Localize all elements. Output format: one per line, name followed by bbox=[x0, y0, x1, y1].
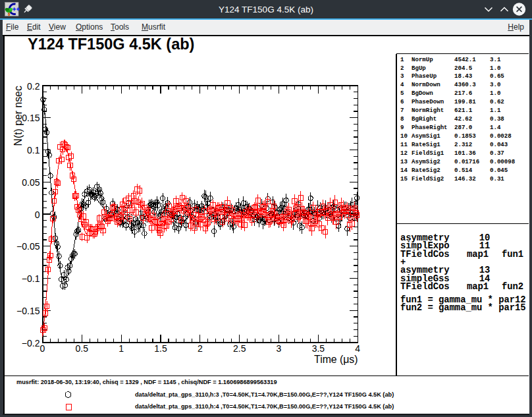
svg-text:10: 10 bbox=[400, 132, 408, 140]
svg-text:0: 0 bbox=[35, 209, 40, 220]
svg-text:RateSig1: RateSig1 bbox=[412, 141, 440, 148]
svg-text:3: 3 bbox=[400, 72, 404, 80]
svg-text:0.2: 0.2 bbox=[27, 81, 40, 92]
svg-text:0.045: 0.045 bbox=[490, 167, 508, 174]
svg-text:0.65: 0.65 bbox=[490, 72, 504, 80]
svg-text:13: 13 bbox=[400, 158, 408, 165]
svg-text:1.0: 1.0 bbox=[490, 90, 500, 97]
svg-text:6: 6 bbox=[400, 98, 404, 105]
svg-text:3.5: 3.5 bbox=[312, 343, 325, 354]
svg-text:fun1: fun1 bbox=[502, 249, 523, 260]
svg-text:−0.2: −0.2 bbox=[22, 338, 40, 348]
svg-text:data/deltat_pta_gps_3110,h:3 ,: data/deltat_pta_gps_3110,h:3 ,T0=4.50K,T… bbox=[135, 391, 394, 398]
svg-text:3.0: 3.0 bbox=[490, 81, 500, 88]
svg-text:15: 15 bbox=[400, 175, 408, 182]
svg-text:7: 7 bbox=[400, 107, 404, 114]
svg-text:1.0: 1.0 bbox=[490, 65, 500, 72]
svg-text:BgDown: BgDown bbox=[412, 90, 433, 97]
svg-text:0.38: 0.38 bbox=[490, 115, 504, 123]
svg-text:199.81: 199.81 bbox=[454, 98, 476, 105]
svg-text:0.01716: 0.01716 bbox=[454, 158, 479, 165]
svg-text:204.5: 204.5 bbox=[454, 65, 472, 72]
svg-text:4: 4 bbox=[400, 81, 404, 88]
svg-text:TFieldCos: TFieldCos bbox=[400, 249, 450, 260]
svg-text:0.05: 0.05 bbox=[22, 177, 40, 188]
svg-text:N(t) per nsec: N(t) per nsec bbox=[13, 86, 24, 146]
svg-text:1.4: 1.4 bbox=[490, 124, 501, 131]
svg-text:14: 14 bbox=[400, 167, 408, 174]
svg-text:0.31: 0.31 bbox=[490, 175, 504, 182]
svg-text:0.00098: 0.00098 bbox=[490, 158, 515, 165]
svg-text:AsymSig1: AsymSig1 bbox=[412, 132, 440, 140]
svg-text:FieldSig2: FieldSig2 bbox=[412, 175, 444, 182]
svg-text:PhaseRight: PhaseRight bbox=[412, 124, 448, 131]
svg-text:musrfit: 2018-06-30, 13:19:40,: musrfit: 2018-06-30, 13:19:40, chisq = 1… bbox=[16, 379, 277, 385]
svg-text:1: 1 bbox=[400, 56, 404, 63]
svg-text:42.62: 42.62 bbox=[454, 115, 472, 123]
svg-text:3.1: 3.1 bbox=[490, 56, 501, 63]
svg-text:PhaseUp: PhaseUp bbox=[412, 72, 437, 80]
svg-text:0.1: 0.1 bbox=[27, 145, 40, 155]
svg-text:18.43: 18.43 bbox=[454, 72, 472, 80]
svg-text:101.36: 101.36 bbox=[454, 150, 476, 157]
svg-text:0.15: 0.15 bbox=[22, 113, 40, 123]
svg-text:1: 1 bbox=[119, 343, 124, 354]
svg-text:4542.1: 4542.1 bbox=[454, 56, 476, 63]
svg-text:0.37: 0.37 bbox=[490, 150, 504, 157]
svg-text:0.0028: 0.0028 bbox=[490, 132, 512, 140]
svg-text:BgUp: BgUp bbox=[412, 65, 426, 72]
svg-text:5: 5 bbox=[400, 90, 404, 97]
svg-text:0.62: 0.62 bbox=[490, 98, 504, 105]
svg-text:0.1853: 0.1853 bbox=[454, 132, 476, 140]
svg-text:2.5: 2.5 bbox=[233, 343, 246, 354]
svg-text:RateSig2: RateSig2 bbox=[412, 167, 440, 174]
svg-text:2: 2 bbox=[400, 65, 404, 72]
svg-text:4360.3: 4360.3 bbox=[454, 81, 476, 88]
svg-text:0: 0 bbox=[40, 343, 45, 354]
svg-text:BgRight: BgRight bbox=[412, 115, 437, 123]
svg-text:0.514: 0.514 bbox=[454, 167, 473, 174]
svg-text:4: 4 bbox=[355, 343, 360, 354]
svg-text:map1: map1 bbox=[467, 249, 489, 260]
svg-text:fun2 = gamma_mu * par15: fun2 = gamma_mu * par15 bbox=[400, 302, 526, 313]
svg-text:12: 12 bbox=[400, 150, 408, 157]
svg-text:0.043: 0.043 bbox=[490, 141, 508, 148]
svg-text:0.5: 0.5 bbox=[76, 343, 89, 354]
svg-text:AsymSig2: AsymSig2 bbox=[412, 158, 440, 165]
svg-text:NormDown: NormDown bbox=[412, 81, 440, 88]
svg-text:217.6: 217.6 bbox=[454, 90, 472, 97]
svg-text:11: 11 bbox=[400, 141, 408, 148]
svg-text:NormUp: NormUp bbox=[412, 56, 433, 63]
svg-text:TFieldCos: TFieldCos bbox=[400, 281, 450, 292]
svg-text:1.5: 1.5 bbox=[154, 343, 167, 354]
svg-text:map1: map1 bbox=[467, 281, 489, 292]
svg-text:PhaseDown: PhaseDown bbox=[412, 98, 444, 105]
svg-text:621.1: 621.1 bbox=[454, 107, 473, 114]
svg-text:−0.05: −0.05 bbox=[16, 241, 40, 252]
svg-text:9: 9 bbox=[400, 124, 404, 131]
svg-text:Y124 TF150G 4.5K (ab): Y124 TF150G 4.5K (ab) bbox=[28, 36, 194, 53]
svg-text:−0.15: −0.15 bbox=[16, 306, 40, 316]
svg-text:287.0: 287.0 bbox=[454, 124, 472, 131]
svg-text:NormRight: NormRight bbox=[412, 107, 444, 114]
svg-text:−0.1: −0.1 bbox=[22, 273, 40, 284]
svg-text:data/deltat_pta_gps_3110,h:4 ,: data/deltat_pta_gps_3110,h:4 ,T0=4.50K,T… bbox=[135, 403, 394, 410]
svg-text:Time (μs): Time (μs) bbox=[314, 354, 358, 365]
svg-text:2.312: 2.312 bbox=[454, 141, 472, 148]
svg-text:2: 2 bbox=[198, 343, 203, 354]
svg-text:fun2: fun2 bbox=[502, 281, 523, 292]
svg-text:FieldSig1: FieldSig1 bbox=[412, 150, 444, 157]
svg-text:146.32: 146.32 bbox=[454, 175, 476, 182]
svg-text:3: 3 bbox=[277, 343, 282, 354]
svg-text:1.1: 1.1 bbox=[490, 107, 501, 114]
svg-text:8: 8 bbox=[400, 115, 404, 123]
